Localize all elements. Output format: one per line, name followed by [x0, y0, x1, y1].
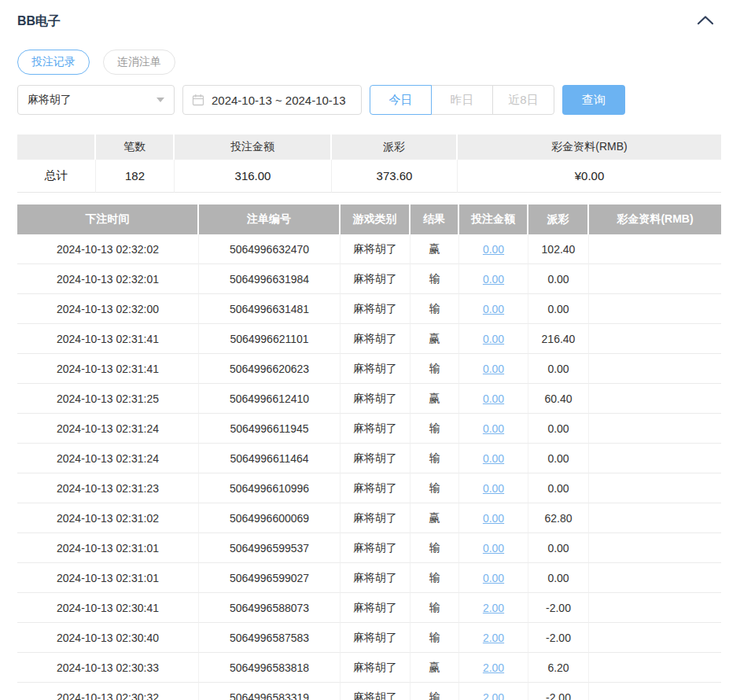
payout-value: -2.00	[528, 683, 589, 700]
game-type: 麻将胡了	[341, 354, 411, 384]
bet-result: 输	[411, 593, 459, 623]
tab-cascade-bets[interactable]: 连消注单	[103, 50, 175, 75]
col-header-bet-amount: 投注金额	[459, 204, 528, 234]
game-select-value: 麻将胡了	[28, 93, 72, 107]
bet-id: 5064996583319	[199, 683, 341, 700]
bet-amount-link[interactable]: 0.00	[483, 333, 504, 345]
panel-header: BB电子	[17, 13, 721, 30]
bet-time: 2024-10-13 02:32:00	[17, 294, 199, 324]
bet-amount-link[interactable]: 2.00	[483, 691, 504, 700]
page-title: BB电子	[17, 13, 61, 30]
bet-result: 输	[411, 473, 459, 503]
bet-time: 2024-10-13 02:30:33	[17, 653, 199, 683]
payout-value: 0.00	[528, 414, 589, 444]
bet-amount-link[interactable]: 0.00	[483, 363, 504, 375]
bet-amount-link[interactable]: 0.00	[483, 243, 504, 256]
table-row: 2024-10-13 02:31:24 5064996611464 麻将胡了 输…	[17, 444, 721, 473]
bet-amount-link[interactable]: 0.00	[483, 482, 504, 495]
bet-time: 2024-10-13 02:31:24	[17, 414, 199, 444]
col-header-bet-id: 注单编号	[199, 204, 341, 234]
tab-betting-records[interactable]: 投注记录	[17, 50, 90, 75]
table-row: 2024-10-13 02:32:00 5064996631481 麻将胡了 输…	[17, 294, 721, 324]
bet-amount-cell: 0.00	[459, 354, 528, 384]
summary-table: 笔数 投注金额 派彩 彩金资料(RMB) 总计 182 316.00 373.6…	[17, 134, 721, 193]
collapse-panel-button[interactable]	[696, 15, 715, 28]
bet-result: 赢	[411, 653, 459, 683]
payout-value: 0.00	[528, 354, 589, 384]
bet-amount-link[interactable]: 0.00	[483, 512, 504, 525]
game-type: 麻将胡了	[341, 444, 411, 473]
col-header-game-type: 游戏类别	[341, 204, 411, 234]
table-row: 2024-10-13 02:31:41 5064996621101 麻将胡了 赢…	[17, 324, 721, 354]
bet-time: 2024-10-13 02:31:02	[17, 503, 199, 533]
range-button-yesterday[interactable]: 昨日	[431, 85, 493, 115]
bet-id: 5064996621101	[199, 324, 341, 354]
bet-amount-link[interactable]: 0.00	[483, 392, 504, 405]
bet-time: 2024-10-13 02:32:01	[17, 264, 199, 294]
game-type: 麻将胡了	[341, 264, 411, 294]
bet-result: 输	[411, 294, 459, 324]
payout-value: 0.00	[528, 563, 589, 593]
range-button-today[interactable]: 今日	[370, 85, 432, 115]
jackpot-value	[589, 294, 721, 324]
bet-id: 5064996600069	[199, 503, 341, 533]
summary-total-jackpot: ¥0.00	[458, 160, 721, 193]
bet-amount-link[interactable]: 0.00	[483, 572, 504, 584]
payout-value: 0.00	[528, 444, 589, 473]
bet-result: 赢	[411, 324, 459, 354]
bet-id: 5064996587583	[199, 623, 341, 653]
jackpot-value	[589, 593, 721, 623]
game-type: 麻将胡了	[341, 414, 411, 444]
bet-amount-link[interactable]: 2.00	[483, 661, 504, 674]
bet-amount-link[interactable]: 0.00	[483, 273, 504, 286]
range-button-last8days[interactable]: 近8日	[492, 85, 554, 115]
jackpot-value	[589, 384, 721, 414]
date-range-picker[interactable]: 2024-10-13 ~ 2024-10-13	[182, 85, 362, 115]
bet-id: 5064996620623	[199, 354, 341, 384]
tab-label: 投注记录	[31, 55, 75, 69]
game-select[interactable]: 麻将胡了	[17, 85, 175, 115]
jackpot-value	[589, 354, 721, 384]
bet-id: 5064996611945	[199, 414, 341, 444]
jackpot-value	[589, 324, 721, 354]
table-row: 2024-10-13 02:30:40 5064996587583 麻将胡了 输…	[17, 623, 721, 653]
bet-amount-cell: 0.00	[459, 473, 528, 503]
game-type: 麻将胡了	[341, 384, 411, 414]
bet-result: 输	[411, 264, 459, 294]
bet-amount-link[interactable]: 2.00	[483, 602, 504, 614]
game-type: 麻将胡了	[341, 294, 411, 324]
bet-amount-cell: 0.00	[459, 294, 528, 324]
payout-value: 0.00	[528, 533, 589, 563]
tab-label: 连消注单	[117, 55, 161, 69]
bet-amount-cell: 0.00	[459, 324, 528, 354]
bet-amount-link[interactable]: 2.00	[483, 632, 504, 644]
game-type: 麻将胡了	[341, 234, 411, 264]
query-button[interactable]: 查询	[562, 85, 625, 115]
bet-result: 输	[411, 563, 459, 593]
bet-id: 5064996631984	[199, 264, 341, 294]
bet-amount-cell: 2.00	[459, 683, 528, 700]
bet-amount-link[interactable]: 0.00	[483, 303, 504, 315]
bet-amount-link[interactable]: 0.00	[483, 422, 504, 435]
game-type: 麻将胡了	[341, 533, 411, 563]
bet-id: 5064996599027	[199, 563, 341, 593]
game-type: 麻将胡了	[341, 623, 411, 653]
payout-value: 102.40	[528, 234, 589, 264]
bet-result: 输	[411, 683, 459, 700]
payout-value: -2.00	[528, 593, 589, 623]
record-type-tabs: 投注记录 连消注单	[17, 50, 721, 75]
bet-id: 5064996611464	[199, 444, 341, 473]
bet-amount-cell: 0.00	[459, 533, 528, 563]
table-row: 2024-10-13 02:32:02 5064996632470 麻将胡了 赢…	[17, 234, 721, 264]
bet-time: 2024-10-13 02:30:40	[17, 623, 199, 653]
bet-amount-link[interactable]: 0.00	[483, 542, 504, 554]
bet-result: 输	[411, 623, 459, 653]
jackpot-value	[589, 683, 721, 700]
bet-time: 2024-10-13 02:30:32	[17, 683, 199, 700]
bet-amount-link[interactable]: 0.00	[483, 452, 504, 465]
game-type: 麻将胡了	[341, 593, 411, 623]
records-header-row: 下注时间 注单编号 游戏类别 结果 投注金额 派彩 彩金资料(RMB)	[17, 204, 721, 234]
bet-amount-cell: 0.00	[459, 414, 528, 444]
jackpot-value	[589, 414, 721, 444]
game-type: 麻将胡了	[341, 653, 411, 683]
